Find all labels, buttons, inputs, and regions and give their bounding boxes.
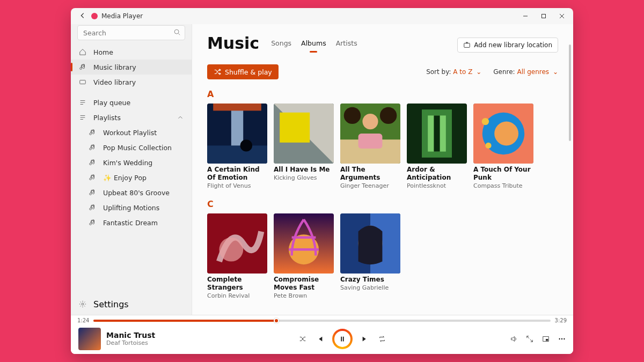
playlist-item[interactable]: Kim's Wedding: [71, 155, 192, 170]
svg-rect-22: [434, 115, 440, 151]
app-window: Media Player Home Music library: [71, 8, 573, 354]
filters: Sort by: A to Z ⌄ Genre: All genres ⌄: [426, 68, 558, 76]
svg-point-3: [82, 303, 84, 305]
section-letter[interactable]: C: [207, 199, 558, 209]
nav-video-library[interactable]: Video library: [71, 75, 192, 90]
album-card[interactable]: A Touch Of Your PunkCompass Tribute: [473, 104, 533, 189]
tab-artists[interactable]: Artists: [336, 39, 357, 50]
album-title: All The Arguments: [340, 166, 400, 182]
add-library-button[interactable]: Add new library location: [457, 38, 558, 53]
album-cover: [274, 104, 334, 164]
gear-icon: [78, 300, 87, 308]
volume-button[interactable]: [510, 335, 517, 343]
nav-label: Playlists: [93, 114, 121, 122]
sort-dropdown[interactable]: Sort by: A to Z ⌄: [426, 68, 481, 76]
album-cover: [473, 104, 533, 164]
section-letter[interactable]: A: [207, 89, 558, 99]
now-playing-artist: Deaf Tortoises: [106, 339, 155, 346]
genre-label: Genre:: [493, 68, 515, 76]
fullscreen-button[interactable]: [526, 335, 533, 343]
miniplayer-button[interactable]: [542, 335, 550, 343]
album-artist: Pete Brown: [274, 292, 334, 299]
playlist-label: Uplifting Motions: [103, 204, 159, 212]
previous-button[interactable]: [316, 335, 324, 343]
album-artist: Kicking Gloves: [274, 174, 334, 181]
repeat-toggle[interactable]: [378, 335, 386, 343]
genre-dropdown[interactable]: Genre: All genres ⌄: [493, 68, 558, 76]
svg-point-16: [380, 107, 397, 124]
playlist-icon: [78, 114, 87, 121]
toolbar: Shuffle & play Sort by: A to Z ⌄ Genre: …: [207, 64, 558, 79]
maximize-button[interactable]: [535, 8, 553, 24]
nav-music-library[interactable]: Music library: [71, 60, 192, 75]
back-button[interactable]: [76, 12, 89, 21]
album-title: A Touch Of Your Punk: [473, 166, 533, 182]
search-input[interactable]: [77, 25, 185, 40]
pause-icon: [339, 335, 346, 343]
minimize-button[interactable]: [516, 8, 535, 24]
playlist-item[interactable]: Uplifting Motions: [71, 200, 192, 215]
nav-play-queue[interactable]: Play queue: [71, 95, 192, 110]
tabs: Songs Albums Artists: [271, 39, 357, 50]
album-cover: [407, 104, 467, 164]
playlist-item[interactable]: Fantastic Dream: [71, 215, 192, 230]
chevron-up-icon: [177, 114, 184, 121]
playlist-label: Pop Music Collection: [103, 144, 172, 152]
music-note-icon: [88, 174, 97, 181]
album-cover: [340, 104, 400, 164]
chevron-down-icon: ⌄: [553, 68, 558, 76]
progress-slider[interactable]: [93, 320, 550, 322]
playlist-label: ✨ Enjoy Pop: [103, 174, 147, 182]
nav-home[interactable]: Home: [71, 45, 192, 60]
album-card[interactable]: A Certain Kind Of EmotionFlight of Venus: [207, 104, 267, 189]
now-playing[interactable]: Manic Trust Deaf Tortoises: [78, 328, 200, 350]
video-icon: [78, 78, 87, 86]
shuffle-toggle[interactable]: [299, 335, 306, 343]
playlist-item[interactable]: Workout Playlist: [71, 125, 192, 140]
play-pause-button[interactable]: [333, 330, 352, 348]
album-artist: Corbin Revival: [207, 292, 267, 299]
album-card[interactable]: Crazy TimesSaving Gabrielle: [340, 213, 400, 299]
page-title: Music: [207, 34, 259, 53]
svg-point-29: [219, 238, 243, 262]
playlist-label: Workout Playlist: [103, 129, 157, 137]
nav-label: Video library: [93, 78, 136, 86]
album-card[interactable]: All I Have Is MeKicking Gloves: [274, 104, 334, 189]
shuffle-icon: [214, 68, 221, 76]
search-container: [77, 25, 185, 40]
playlist-item[interactable]: Pop Music Collection: [71, 140, 192, 155]
sidebar: Home Music library Video library Play qu…: [71, 24, 192, 315]
scrollbar[interactable]: [569, 45, 571, 141]
music-note-icon: [88, 204, 97, 211]
nav-label: Play queue: [93, 99, 130, 107]
app-title: Media Player: [101, 12, 143, 20]
svg-point-15: [344, 107, 361, 124]
playlist-item[interactable]: ✨ Enjoy Pop: [71, 170, 192, 185]
sort-label: Sort by:: [426, 68, 451, 76]
album-title: Complete Strangers: [207, 276, 267, 292]
album-cover: [340, 213, 400, 274]
album-cover: [207, 104, 267, 164]
tab-songs[interactable]: Songs: [271, 39, 291, 50]
album-card[interactable]: All The ArgumentsGinger Teenager: [340, 104, 400, 189]
next-button[interactable]: [361, 335, 369, 343]
music-note-icon: [88, 219, 97, 226]
more-button[interactable]: [558, 335, 566, 343]
close-button[interactable]: [553, 8, 571, 24]
album-card[interactable]: Compromise Moves FastPete Brown: [274, 213, 334, 299]
svg-point-18: [362, 114, 378, 129]
album-cover: [274, 213, 334, 274]
nav: Home Music library Video library Play qu…: [71, 45, 192, 230]
music-note-icon: [88, 144, 97, 151]
album-card[interactable]: Complete StrangersCorbin Revival: [207, 213, 267, 299]
playlist-label: Fantastic Dream: [103, 219, 158, 227]
tab-albums[interactable]: Albums: [301, 39, 326, 50]
svg-rect-0: [542, 14, 546, 18]
shuffle-play-button[interactable]: Shuffle & play: [207, 64, 279, 79]
svg-point-26: [482, 118, 489, 125]
album-card[interactable]: Ardor & AnticipationPointlessknot: [407, 104, 467, 189]
nav-settings[interactable]: Settings: [71, 297, 192, 312]
now-playing-cover: [78, 328, 101, 350]
nav-playlists[interactable]: Playlists: [71, 110, 192, 125]
playlist-item[interactable]: Upbeat 80's Groove: [71, 185, 192, 200]
